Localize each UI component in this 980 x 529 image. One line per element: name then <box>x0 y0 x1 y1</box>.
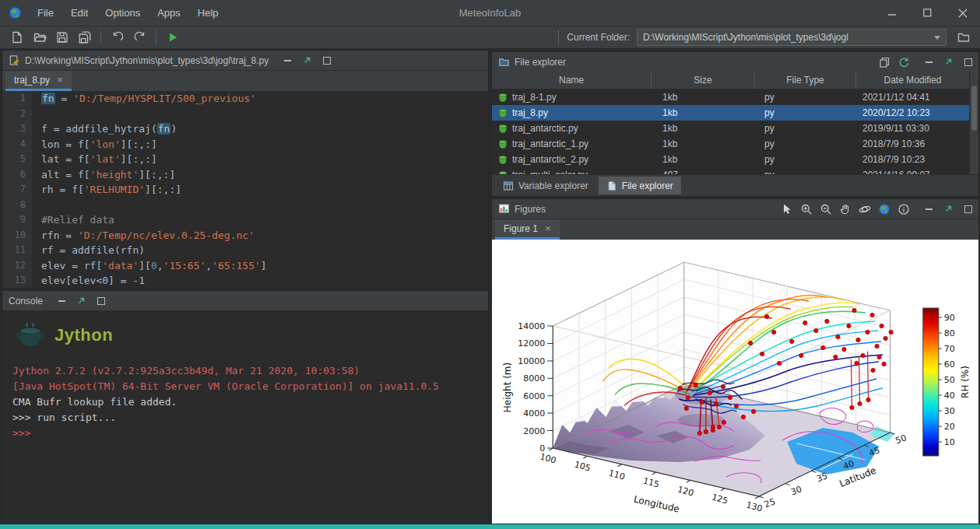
column-size[interactable]: Size <box>652 72 755 89</box>
colorbar: 90 80 70 60 50 40 30 20 10 RH (%) <box>923 308 971 456</box>
code-line: 3 f = addfile_hytraj(fn) <box>2 121 488 137</box>
file-explorer-icon <box>498 56 510 68</box>
refresh-icon[interactable] <box>897 56 910 68</box>
figures-icon <box>498 203 510 215</box>
tab-close-icon[interactable]: × <box>57 75 63 85</box>
file-type: py <box>755 92 856 103</box>
line-content: #Relief data <box>32 212 114 228</box>
menu-options[interactable]: Options <box>97 0 149 26</box>
file-type: py <box>755 123 856 134</box>
svg-text:30: 30 <box>944 406 955 416</box>
panel-minimize-icon[interactable] <box>284 60 291 61</box>
file-row[interactable]: traj_antarctic_1.py 1kb py 2018/7/9 10:3… <box>492 136 969 152</box>
menu-file[interactable]: File <box>29 0 62 26</box>
rotate-3d-icon[interactable] <box>859 203 871 215</box>
scrollbar-thumb[interactable] <box>971 86 977 131</box>
browse-folder-button[interactable] <box>953 28 974 47</box>
tab-variable-explorer[interactable]: Variable explorer <box>495 177 596 194</box>
window-maximize-button[interactable] <box>910 0 945 26</box>
toolbar-separator <box>100 30 101 44</box>
tab-file-explorer[interactable]: File explorer <box>599 177 681 194</box>
file-date: 2019/9/11 03:30 <box>856 123 969 134</box>
open-folder-icon <box>33 30 47 44</box>
file-name: traj_antarctic_2.py <box>512 154 588 165</box>
new-file-button[interactable] <box>6 28 27 47</box>
panel-maximize-icon[interactable] <box>964 58 972 66</box>
column-name[interactable]: Name <box>492 72 652 89</box>
editor-panel-header: D:\Working\MIScript\Jython\mis\plot_type… <box>2 51 488 71</box>
console-line: CMA Bufr lookup file added. <box>12 394 478 410</box>
column-date[interactable]: Date Modified <box>856 72 969 89</box>
column-type[interactable]: File Type <box>755 72 856 89</box>
undo-icon <box>111 30 125 44</box>
file-name: traj_8.py <box>512 107 548 118</box>
taskbar-strip <box>0 524 980 529</box>
current-folder-combobox[interactable]: D:\Working\MIScript\Jython\mis\plot_type… <box>637 29 947 46</box>
svg-text:8000: 8000 <box>523 373 545 384</box>
menu-edit[interactable]: Edit <box>62 0 97 26</box>
panel-float-icon[interactable] <box>944 205 953 213</box>
svg-text:25: 25 <box>763 496 777 510</box>
svg-text:115: 115 <box>642 476 661 490</box>
panel-minimize-icon[interactable] <box>926 208 933 210</box>
svg-text:90: 90 <box>944 313 955 323</box>
svg-text:10000: 10000 <box>518 356 545 366</box>
file-table-scrollbar[interactable] <box>969 72 978 175</box>
tab-figure-1[interactable]: Figure 1 × <box>495 219 560 240</box>
svg-text:70: 70 <box>944 344 955 354</box>
file-row[interactable]: traj_antarctic_2.py 1kb py 2018/7/9 10:2… <box>492 152 969 167</box>
zoom-in-icon[interactable] <box>800 203 813 215</box>
tab-close-icon[interactable]: × <box>545 223 551 233</box>
svg-text:80: 80 <box>944 328 955 338</box>
panel-float-icon[interactable] <box>303 56 311 65</box>
console-lines: Jython 2.7.2 (v2.7.2:925a3cc3b49d, Mar 2… <box>12 363 478 441</box>
svg-text:4000: 4000 <box>523 408 545 419</box>
save-icon <box>55 30 69 44</box>
svg-text:50: 50 <box>894 433 908 446</box>
file-size: 1kb <box>652 138 755 149</box>
main-toolbar: Current Folder: D:\Working\MIScript\Jyth… <box>0 26 980 49</box>
current-folder-label: Current Folder: <box>567 32 630 43</box>
file-row[interactable]: traj_antarctic.py 1kb py 2019/9/11 03:30 <box>492 121 969 136</box>
copy-path-icon[interactable] <box>878 56 890 68</box>
pan-hand-icon[interactable] <box>839 203 852 215</box>
globe-icon[interactable] <box>878 203 890 215</box>
window-close-button[interactable] <box>945 0 980 26</box>
file-row[interactable]: traj_8.py 1kb py 2020/12/2 10:23 <box>492 105 969 121</box>
line-number: 5 <box>2 152 32 167</box>
panel-float-icon[interactable] <box>77 296 86 305</box>
figure-canvas[interactable]: 0 2000 4000 6000 8000 10000 12000 14000 … <box>492 240 978 524</box>
tab-traj-8-py[interactable]: traj_8.py × <box>5 71 72 91</box>
save-all-button[interactable] <box>74 28 95 47</box>
panel-maximize-icon[interactable] <box>97 297 105 305</box>
file-explorer-header: File explorer <box>492 52 978 72</box>
svg-text:12000: 12000 <box>518 338 545 349</box>
redo-button[interactable] <box>129 28 150 47</box>
console-title: Console <box>9 296 43 307</box>
pointer-tool-icon[interactable] <box>781 203 793 215</box>
menu-help[interactable]: Help <box>189 0 227 26</box>
line-number: 13 <box>2 273 32 288</box>
panel-float-icon[interactable] <box>944 58 953 66</box>
new-file-icon <box>10 30 24 44</box>
open-file-button[interactable] <box>29 28 50 47</box>
save-button[interactable] <box>51 28 72 47</box>
window-minimize-button[interactable] <box>875 0 910 26</box>
folder-icon <box>957 30 971 44</box>
zoom-out-icon[interactable] <box>820 203 832 215</box>
run-script-button[interactable] <box>162 28 183 47</box>
console-line: >>> run script... <box>12 410 478 426</box>
panel-minimize-icon[interactable] <box>58 300 65 302</box>
file-row[interactable]: traj_8-1.py 1kb py 2021/1/12 04:41 <box>492 89 969 105</box>
undo-button[interactable] <box>107 28 128 47</box>
line-content: rf = addfile(rfn) <box>32 243 145 258</box>
info-icon[interactable] <box>897 203 910 215</box>
panel-minimize-icon[interactable] <box>926 61 933 63</box>
python-file-icon <box>498 139 508 149</box>
panel-maximize-icon[interactable] <box>323 57 331 65</box>
console-output[interactable]: Jython Jython 2.7.2 (v2.7.2:925a3cc3b49d… <box>2 310 488 524</box>
menu-apps[interactable]: Apps <box>149 0 189 26</box>
code-editor[interactable]: 1 fn = 'D:/Temp/HYSPLIT/500_previous' 2 … <box>2 91 488 288</box>
panel-maximize-icon[interactable] <box>964 205 972 213</box>
svg-text:130: 130 <box>745 500 764 514</box>
